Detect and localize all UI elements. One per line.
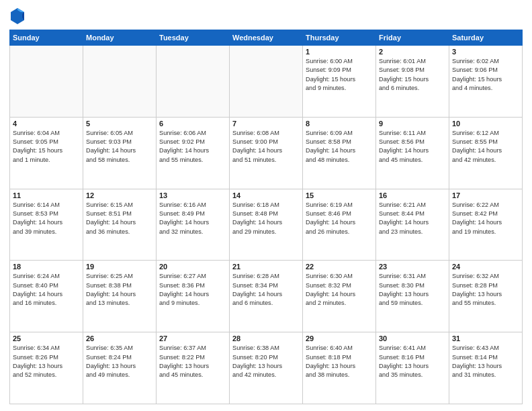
- calendar-cell: 25Sunrise: 6:34 AMSunset: 8:26 PMDayligh…: [10, 332, 83, 404]
- day-info: Sunrise: 6:21 AMSunset: 8:44 PMDaylight:…: [379, 201, 446, 236]
- day-info: Sunrise: 6:06 AMSunset: 9:02 PMDaylight:…: [159, 129, 226, 165]
- calendar-cell: [10, 46, 83, 118]
- calendar-cell: 26Sunrise: 6:35 AMSunset: 8:24 PMDayligh…: [83, 332, 157, 404]
- day-info: Sunrise: 6:16 AMSunset: 8:49 PMDaylight:…: [159, 201, 226, 236]
- day-info: Sunrise: 6:01 AMSunset: 9:08 PMDaylight:…: [379, 57, 446, 93]
- day-info: Sunrise: 6:04 AMSunset: 9:05 PMDaylight:…: [13, 129, 80, 165]
- day-info: Sunrise: 6:40 AMSunset: 8:18 PMDaylight:…: [306, 344, 373, 379]
- day-info: Sunrise: 6:28 AMSunset: 8:34 PMDaylight:…: [232, 272, 300, 308]
- day-info: Sunrise: 6:30 AMSunset: 8:32 PMDaylight:…: [306, 272, 373, 308]
- calendar-cell: 4Sunrise: 6:04 AMSunset: 9:05 PMDaylight…: [10, 117, 83, 189]
- calendar-week-2: 4Sunrise: 6:04 AMSunset: 9:05 PMDaylight…: [10, 117, 523, 189]
- day-info: Sunrise: 6:27 AMSunset: 8:36 PMDaylight:…: [159, 272, 226, 308]
- day-number: 2: [379, 48, 446, 56]
- day-number: 23: [379, 263, 446, 271]
- day-number: 18: [13, 263, 80, 271]
- calendar-cell: 29Sunrise: 6:40 AMSunset: 8:18 PMDayligh…: [303, 332, 376, 404]
- day-number: 21: [232, 263, 300, 271]
- day-info: Sunrise: 6:00 AMSunset: 9:09 PMDaylight:…: [306, 57, 373, 93]
- day-info: Sunrise: 6:34 AMSunset: 8:26 PMDaylight:…: [13, 344, 80, 379]
- calendar-header-row: SundayMondayTuesdayWednesdayThursdayFrid…: [10, 30, 523, 46]
- day-number: 30: [379, 334, 446, 342]
- calendar-cell: 14Sunrise: 6:18 AMSunset: 8:48 PMDayligh…: [230, 189, 303, 261]
- day-number: 29: [306, 334, 373, 342]
- logo: [9, 7, 28, 26]
- day-info: Sunrise: 6:12 AMSunset: 8:55 PMDaylight:…: [452, 129, 519, 165]
- day-number: 16: [379, 191, 446, 199]
- day-number: 19: [86, 263, 153, 271]
- day-info: Sunrise: 6:41 AMSunset: 8:16 PMDaylight:…: [379, 344, 446, 379]
- day-info: Sunrise: 6:38 AMSunset: 8:20 PMDaylight:…: [232, 344, 300, 379]
- day-info: Sunrise: 6:31 AMSunset: 8:30 PMDaylight:…: [379, 272, 446, 308]
- calendar-cell: 12Sunrise: 6:15 AMSunset: 8:51 PMDayligh…: [83, 189, 157, 261]
- calendar-week-5: 25Sunrise: 6:34 AMSunset: 8:26 PMDayligh…: [10, 332, 523, 404]
- calendar-cell: 3Sunrise: 6:02 AMSunset: 9:06 PMDaylight…: [449, 46, 523, 118]
- day-number: 13: [159, 191, 226, 199]
- calendar-cell: 1Sunrise: 6:00 AMSunset: 9:09 PMDaylight…: [303, 46, 376, 118]
- calendar-cell: [157, 46, 230, 118]
- day-number: 9: [379, 120, 446, 128]
- calendar-cell: 9Sunrise: 6:11 AMSunset: 8:56 PMDaylight…: [376, 117, 449, 189]
- day-info: Sunrise: 6:18 AMSunset: 8:48 PMDaylight:…: [232, 201, 300, 236]
- day-number: 17: [452, 191, 519, 199]
- calendar-table: SundayMondayTuesdayWednesdayThursdayFrid…: [9, 30, 523, 404]
- day-number: 27: [159, 334, 226, 342]
- calendar-cell: 7Sunrise: 6:08 AMSunset: 9:00 PMDaylight…: [230, 117, 303, 189]
- calendar-cell: 19Sunrise: 6:25 AMSunset: 8:38 PMDayligh…: [83, 261, 157, 332]
- calendar-cell: 27Sunrise: 6:37 AMSunset: 8:22 PMDayligh…: [157, 332, 230, 404]
- calendar-cell: [83, 46, 157, 118]
- calendar-cell: 15Sunrise: 6:19 AMSunset: 8:46 PMDayligh…: [303, 189, 376, 261]
- day-number: 22: [306, 263, 373, 271]
- day-number: 24: [452, 263, 519, 271]
- day-number: 25: [13, 334, 80, 342]
- page: SundayMondayTuesdayWednesdayThursdayFrid…: [0, 0, 532, 411]
- day-number: 12: [86, 191, 153, 199]
- day-number: 26: [86, 334, 153, 342]
- day-info: Sunrise: 6:35 AMSunset: 8:24 PMDaylight:…: [86, 344, 153, 379]
- calendar-cell: 28Sunrise: 6:38 AMSunset: 8:20 PMDayligh…: [230, 332, 303, 404]
- calendar-cell: 23Sunrise: 6:31 AMSunset: 8:30 PMDayligh…: [376, 261, 449, 332]
- calendar-cell: 30Sunrise: 6:41 AMSunset: 8:16 PMDayligh…: [376, 332, 449, 404]
- day-info: Sunrise: 6:11 AMSunset: 8:56 PMDaylight:…: [379, 129, 446, 165]
- day-number: 28: [232, 334, 300, 342]
- day-info: Sunrise: 6:19 AMSunset: 8:46 PMDaylight:…: [306, 201, 373, 236]
- calendar-cell: 13Sunrise: 6:16 AMSunset: 8:49 PMDayligh…: [157, 189, 230, 261]
- day-number: 11: [13, 191, 80, 199]
- day-number: 6: [159, 120, 226, 128]
- calendar-week-3: 11Sunrise: 6:14 AMSunset: 8:53 PMDayligh…: [10, 189, 523, 261]
- calendar-cell: 20Sunrise: 6:27 AMSunset: 8:36 PMDayligh…: [157, 261, 230, 332]
- day-number: 14: [232, 191, 300, 199]
- day-number: 5: [86, 120, 153, 128]
- day-info: Sunrise: 6:09 AMSunset: 8:58 PMDaylight:…: [306, 129, 373, 165]
- day-info: Sunrise: 6:15 AMSunset: 8:51 PMDaylight:…: [86, 201, 153, 236]
- calendar-cell: 5Sunrise: 6:05 AMSunset: 9:03 PMDaylight…: [83, 117, 157, 189]
- calendar-cell: 2Sunrise: 6:01 AMSunset: 9:08 PMDaylight…: [376, 46, 449, 118]
- calendar-cell: [230, 46, 303, 118]
- calendar-cell: 31Sunrise: 6:43 AMSunset: 8:14 PMDayligh…: [449, 332, 523, 404]
- day-info: Sunrise: 6:05 AMSunset: 9:03 PMDaylight:…: [86, 129, 153, 165]
- day-info: Sunrise: 6:32 AMSunset: 8:28 PMDaylight:…: [452, 272, 519, 308]
- weekday-header-friday: Friday: [376, 30, 449, 46]
- calendar-week-1: 1Sunrise: 6:00 AMSunset: 9:09 PMDaylight…: [10, 46, 523, 118]
- day-number: 10: [452, 120, 519, 128]
- weekday-header-tuesday: Tuesday: [157, 30, 230, 46]
- day-info: Sunrise: 6:14 AMSunset: 8:53 PMDaylight:…: [13, 201, 80, 236]
- day-number: 20: [159, 263, 226, 271]
- header: [9, 7, 523, 26]
- day-number: 31: [452, 334, 519, 342]
- day-number: 7: [232, 120, 300, 128]
- logo-icon: [9, 7, 26, 26]
- day-number: 4: [13, 120, 80, 128]
- day-info: Sunrise: 6:37 AMSunset: 8:22 PMDaylight:…: [159, 344, 226, 379]
- day-info: Sunrise: 6:22 AMSunset: 8:42 PMDaylight:…: [452, 201, 519, 236]
- calendar-week-4: 18Sunrise: 6:24 AMSunset: 8:40 PMDayligh…: [10, 261, 523, 332]
- day-number: 3: [452, 48, 519, 56]
- calendar-cell: 22Sunrise: 6:30 AMSunset: 8:32 PMDayligh…: [303, 261, 376, 332]
- day-info: Sunrise: 6:02 AMSunset: 9:06 PMDaylight:…: [452, 57, 519, 93]
- calendar-cell: 18Sunrise: 6:24 AMSunset: 8:40 PMDayligh…: [10, 261, 83, 332]
- calendar-cell: 16Sunrise: 6:21 AMSunset: 8:44 PMDayligh…: [376, 189, 449, 261]
- day-number: 15: [306, 191, 373, 199]
- weekday-header-saturday: Saturday: [449, 30, 523, 46]
- day-info: Sunrise: 6:25 AMSunset: 8:38 PMDaylight:…: [86, 272, 153, 308]
- calendar-cell: 17Sunrise: 6:22 AMSunset: 8:42 PMDayligh…: [449, 189, 523, 261]
